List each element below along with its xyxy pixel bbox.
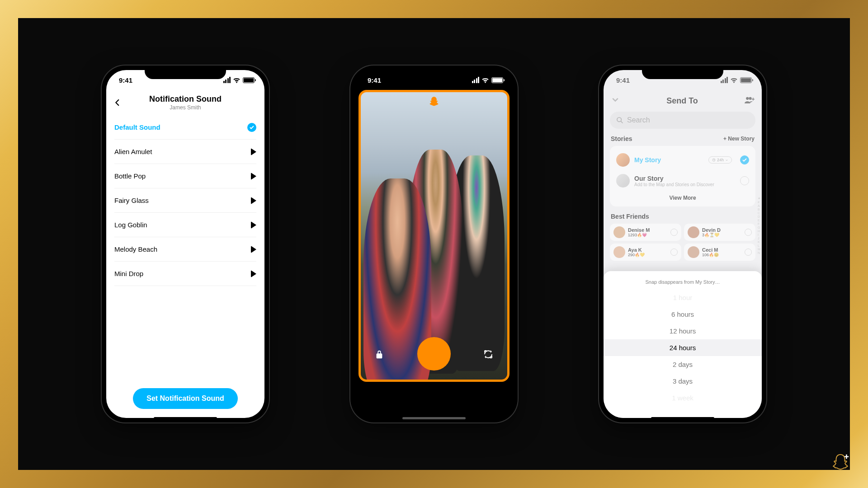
page-title: Notification Sound	[149, 94, 222, 104]
duration-pill[interactable]: 24h	[708, 156, 732, 164]
alpha-letter[interactable]: M	[758, 248, 760, 251]
phone-camera: 9:41	[350, 66, 518, 422]
friend-cell[interactable]: Denise M1293🔥💗	[610, 224, 681, 241]
alpha-letter[interactable]: #	[758, 201, 760, 204]
stories-card: My Story 24h Our Story	[610, 146, 755, 206]
duration-option[interactable]: 3 days	[604, 373, 762, 389]
wifi-icon	[730, 77, 738, 83]
sound-option[interactable]: Mini Drop	[114, 262, 256, 286]
alpha-letter[interactable]: D	[758, 215, 760, 218]
friend-meta: 290🔥💛	[628, 253, 645, 257]
header: Send To	[604, 90, 762, 112]
alpha-letter[interactable]: ★	[758, 197, 760, 200]
search-placeholder: Search	[627, 116, 650, 124]
sound-option[interactable]: Fairy Glass	[114, 188, 256, 213]
duration-option[interactable]: 1 hour	[604, 289, 762, 306]
duration-option[interactable]: 24 hours	[604, 339, 762, 356]
friend-checkbox[interactable]	[745, 229, 752, 236]
search-input[interactable]: Search	[610, 112, 755, 129]
page-title: Send To	[666, 96, 698, 106]
friend-checkbox[interactable]	[670, 249, 678, 256]
play-icon[interactable]	[251, 246, 256, 253]
svg-line-3	[621, 122, 623, 123]
avatar	[613, 246, 625, 258]
svg-point-4	[712, 159, 715, 161]
sound-option[interactable]: Default Sound	[114, 115, 256, 140]
friend-cell[interactable]: Devin D3🔥⏳💛	[684, 224, 755, 241]
friend-name: Devin D	[702, 227, 721, 233]
chevron-down-icon[interactable]	[611, 95, 620, 107]
my-story-checkbox[interactable]	[740, 155, 749, 164]
play-icon[interactable]	[251, 148, 256, 155]
play-icon[interactable]	[251, 197, 256, 204]
status-time: 9:41	[119, 76, 132, 84]
sound-label: Default Sound	[114, 123, 160, 131]
svg-point-1	[749, 97, 751, 99]
play-icon[interactable]	[251, 221, 256, 229]
friend-cell[interactable]: Aya K290🔥💛	[610, 244, 681, 261]
sound-option[interactable]: Melody Beach	[114, 237, 256, 262]
alpha-letter[interactable]: L	[758, 244, 760, 247]
friend-meta: 3🔥⏳💛	[702, 233, 721, 237]
wifi-icon	[233, 77, 241, 83]
alpha-letter[interactable]: B	[758, 208, 760, 211]
camera-viewfinder[interactable]	[359, 90, 509, 382]
capture-button[interactable]	[417, 337, 451, 371]
set-notification-sound-button[interactable]: Set Notification Sound	[133, 388, 238, 409]
flip-camera-icon[interactable]	[483, 349, 494, 361]
duration-option[interactable]: 12 hours	[604, 323, 762, 339]
alpha-letter[interactable]: A	[758, 204, 760, 207]
search-icon	[616, 117, 623, 124]
sound-option[interactable]: Alien Amulet	[114, 140, 256, 164]
home-indicator[interactable]	[402, 417, 466, 419]
our-story-checkbox[interactable]	[740, 176, 749, 185]
alpha-letter[interactable]: N	[758, 251, 760, 254]
our-story-row[interactable]: Our Story Add to the Map and Stories on …	[610, 170, 755, 191]
friend-name: Aya K	[628, 247, 645, 253]
add-friends-icon[interactable]	[745, 96, 755, 106]
alpha-letter[interactable]: I	[758, 233, 760, 236]
alpha-letter[interactable]: H	[758, 230, 760, 233]
friends-grid: Denise M1293🔥💗Devin D3🔥⏳💛Aya K290🔥💛Ceci …	[604, 224, 762, 261]
home-indicator[interactable]	[651, 417, 714, 419]
alpha-letter[interactable]: J	[758, 237, 760, 240]
play-icon[interactable]	[251, 270, 256, 277]
duration-option[interactable]: 6 hours	[604, 306, 762, 323]
alphabet-index[interactable]: ★#ABCDEFGHIJKLMN	[758, 197, 760, 254]
snapchat-ghost-icon	[428, 96, 440, 110]
notch	[145, 66, 226, 79]
signal-icon	[223, 77, 231, 83]
camera-preview-image	[361, 92, 507, 380]
friend-checkbox[interactable]	[745, 249, 752, 256]
alpha-letter[interactable]: K	[758, 240, 760, 244]
alpha-letter[interactable]: E	[758, 219, 760, 222]
svg-point-2	[617, 117, 621, 122]
svg-point-0	[746, 97, 749, 99]
play-icon[interactable]	[251, 173, 256, 180]
sound-list[interactable]: Default SoundAlien AmuletBottle PopFairy…	[106, 115, 264, 379]
sound-option[interactable]: Log Goblin	[114, 213, 256, 237]
page-subtitle: James Smith	[149, 104, 222, 111]
avatar	[688, 246, 699, 258]
duration-option[interactable]: 2 days	[604, 356, 762, 373]
friend-checkbox[interactable]	[670, 229, 678, 236]
sound-option[interactable]: Bottle Pop	[114, 164, 256, 188]
new-story-button[interactable]: + New Story	[723, 136, 755, 142]
signal-icon	[472, 77, 480, 83]
friend-cell[interactable]: Ceci M106🔥😊	[684, 244, 755, 261]
alpha-letter[interactable]: C	[758, 211, 760, 215]
my-story-label: My Story	[634, 156, 704, 164]
sound-label: Melody Beach	[114, 245, 157, 253]
alpha-letter[interactable]: G	[758, 226, 760, 229]
lock-icon[interactable]	[374, 350, 384, 361]
view-more-button[interactable]: View More	[610, 191, 755, 203]
sheet-title: Snap disappears from My Story…	[604, 279, 762, 285]
status-time: 9:41	[616, 76, 630, 84]
sound-label: Log Goblin	[114, 221, 147, 229]
back-button[interactable]	[113, 96, 122, 110]
duration-sheet[interactable]: Snap disappears from My Story… 1 hour6 h…	[604, 271, 762, 418]
duration-option[interactable]: 1 week	[604, 389, 762, 406]
home-indicator[interactable]	[154, 417, 217, 419]
my-story-row[interactable]: My Story 24h	[610, 150, 755, 170]
alpha-letter[interactable]: F	[758, 222, 760, 225]
